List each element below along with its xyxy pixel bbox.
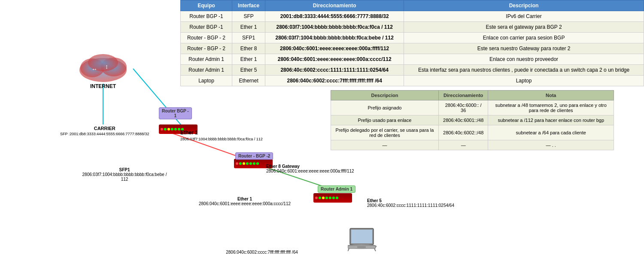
info-cell-nota: subnetear a /48 tomaremos 2, uno para en… [488, 100, 614, 115]
router-admin1-device [313, 193, 352, 203]
svg-rect-13 [351, 230, 372, 243]
info-cell-direccionamiento: 2806:40c:6000:: / 36 [438, 100, 488, 115]
info-table-row: Prefijo usado para enlace 2806:40c:6001:… [331, 115, 614, 125]
cell-descripcion: Este sera el gateway para BGP 2 [404, 22, 644, 33]
cell-descripcion: Enlace con carrier para sesion BGP [404, 33, 644, 43]
router-admin1-label: Router Admin 1 [318, 185, 355, 193]
cell-descripcion: Este sera nuestro Gateway para router 2 [404, 43, 644, 54]
info-cell-descripcion: Prefijo asignado [331, 100, 439, 115]
info-cell-descripcion: Prefijo delegado por el carrier, se usar… [331, 125, 439, 140]
info-col-nota: Nota [488, 91, 614, 100]
col-header-descripcion: Descripcion [404, 0, 644, 11]
router-bgp1-ether1-ip: 2806:03f7:1004:bbbb:bbbb:bbbb:f0ca:f0ca … [180, 137, 263, 141]
info-cell-direccionamiento: 2806:40c:6002::/48 [438, 125, 488, 140]
router-bgp2-ether8-label: Ether 8 Gateway 2806:040c:6001:eeee:eeee… [266, 164, 361, 173]
cell-descripcion: Esta interfaz sera para nuestros cliente… [404, 65, 644, 76]
network-diagram: ↔ ↕ INTERNET CARRIER SFP :2001:db8:3333:… [0, 0, 326, 267]
info-cell-nota: subnetear a /64 para cada cliente [488, 125, 614, 140]
cell-descripcion: Laptop [404, 76, 644, 86]
info-cell-descripcion: Prefijo usado para enlace [331, 115, 439, 125]
info-cell-nota: subnetear a /112 para hacer enlace con r… [488, 115, 614, 125]
router-admin1-ether1-label: Ether 1 2806:040c:6001:eeee:eeee:eeee:00… [197, 197, 292, 206]
info-cell-direccionamiento: 2806:40c:6001::/48 [438, 115, 488, 125]
internet-cloud: ↔ ↕ INTERNET [75, 46, 131, 89]
info-table-row: — — — . . [331, 140, 614, 150]
cell-descripcion: IPv6 del Carrier [404, 11, 644, 22]
carrier-sfp-text: SFP :2001:db8:3333:4444:5555:6666:7777:8… [60, 132, 149, 136]
info-col-descripcion: Descripcion [331, 91, 439, 100]
svg-text:↕: ↕ [105, 63, 108, 70]
svg-line-18 [374, 249, 376, 251]
info-table-row: Prefijo delegado por el carrier, se usar… [331, 125, 614, 140]
info-cell-nota: — . . [488, 140, 614, 150]
info-table: Descripcion Direccionamiento Nota Prefij… [331, 90, 614, 150]
router-bgp1-label: Router BGP -1 [159, 107, 192, 119]
info-cell-direccionamiento: — [438, 140, 488, 150]
info-col-direccionamiento: Direccionamiento [438, 91, 488, 100]
router-bgp1-ether1-label: Ether 1 2806:03f7:1004:bbbb:bbbb:bbbb:f0… [180, 130, 301, 142]
carrier-label: CARRIER SFP :2001:db8:3333:4444:5555:666… [60, 126, 149, 136]
svg-text:↔: ↔ [91, 66, 97, 73]
laptop-icon [348, 228, 382, 255]
info-table-row: Prefijo asignado 2806:40c:6000:: / 36 su… [331, 100, 614, 115]
router-bgp2-sfp1-label: SFP1 2806:03f7:1004:bbbb:bbbb:bbbb:f0ca:… [82, 167, 167, 182]
svg-rect-16 [357, 246, 366, 248]
cell-descripcion: Enlace con nuestro proveedor [404, 54, 644, 65]
laptop-ip-label: 2806:040c:6002:cccc:7fff:ffff:ffff:ffff … [197, 250, 326, 255]
info-cell-descripcion: — [331, 140, 439, 150]
router-bgp2-label: Router - BGP -2 [235, 152, 273, 160]
router-admin1-ether5-label: Ether 5 2806:40c:6002:cccc:1111:1111:111… [367, 198, 453, 208]
svg-line-17 [348, 249, 349, 251]
